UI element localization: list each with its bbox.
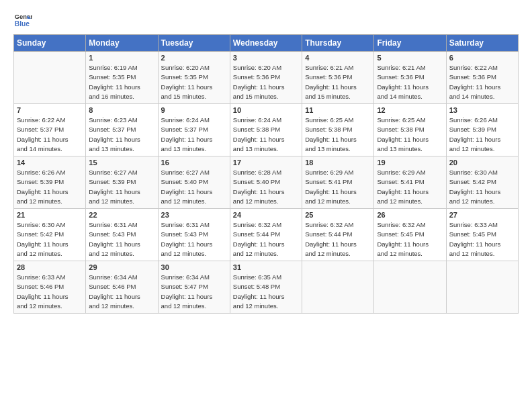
day-number: 29 bbox=[89, 263, 154, 271]
day-info: Sunrise: 6:34 AM Sunset: 5:47 PM Dayligh… bbox=[161, 273, 227, 311]
calendar-cell: 16Sunrise: 6:27 AM Sunset: 5:40 PM Dayli… bbox=[158, 156, 230, 209]
day-info: Sunrise: 6:35 AM Sunset: 5:48 PM Dayligh… bbox=[233, 273, 299, 311]
day-info: Sunrise: 6:20 AM Sunset: 5:36 PM Dayligh… bbox=[233, 63, 299, 101]
calendar-cell: 18Sunrise: 6:29 AM Sunset: 5:41 PM Dayli… bbox=[302, 156, 374, 209]
day-number: 17 bbox=[233, 158, 299, 167]
day-number: 27 bbox=[449, 211, 515, 219]
day-info: Sunrise: 6:30 AM Sunset: 5:42 PM Dayligh… bbox=[17, 220, 83, 259]
calendar-cell: 13Sunrise: 6:26 AM Sunset: 5:39 PM Dayli… bbox=[446, 104, 518, 156]
calendar-cell: 1Sunrise: 6:19 AM Sunset: 5:35 PM Daylig… bbox=[86, 52, 158, 104]
calendar-cell: 3Sunrise: 6:20 AM Sunset: 5:36 PM Daylig… bbox=[230, 52, 302, 104]
calendar-cell: 14Sunrise: 6:26 AM Sunset: 5:39 PM Dayli… bbox=[14, 156, 86, 209]
calendar-cell bbox=[302, 261, 374, 314]
day-number: 4 bbox=[305, 54, 371, 62]
day-number: 5 bbox=[377, 54, 443, 62]
day-header: Friday bbox=[374, 35, 446, 52]
day-number: 30 bbox=[161, 263, 227, 271]
day-number: 3 bbox=[233, 54, 299, 62]
day-info: Sunrise: 6:26 AM Sunset: 5:39 PM Dayligh… bbox=[17, 168, 83, 206]
day-info: Sunrise: 6:30 AM Sunset: 5:42 PM Dayligh… bbox=[449, 168, 515, 206]
calendar-cell: 2Sunrise: 6:20 AM Sunset: 5:35 PM Daylig… bbox=[158, 52, 230, 104]
calendar-cell: 6Sunrise: 6:22 AM Sunset: 5:36 PM Daylig… bbox=[446, 52, 518, 104]
day-info: Sunrise: 6:25 AM Sunset: 5:38 PM Dayligh… bbox=[377, 116, 443, 154]
day-header: Thursday bbox=[302, 35, 374, 52]
calendar-cell: 8Sunrise: 6:23 AM Sunset: 5:37 PM Daylig… bbox=[86, 104, 158, 156]
day-info: Sunrise: 6:20 AM Sunset: 5:35 PM Dayligh… bbox=[161, 63, 227, 101]
calendar-cell: 31Sunrise: 6:35 AM Sunset: 5:48 PM Dayli… bbox=[230, 261, 302, 314]
day-number: 14 bbox=[17, 158, 83, 167]
day-info: Sunrise: 6:32 AM Sunset: 5:45 PM Dayligh… bbox=[377, 220, 443, 259]
day-info: Sunrise: 6:29 AM Sunset: 5:41 PM Dayligh… bbox=[305, 168, 371, 206]
calendar-cell: 27Sunrise: 6:33 AM Sunset: 5:45 PM Dayli… bbox=[446, 209, 518, 261]
day-number: 28 bbox=[17, 263, 83, 271]
calendar-cell: 21Sunrise: 6:30 AM Sunset: 5:42 PM Dayli… bbox=[14, 209, 86, 261]
day-info: Sunrise: 6:19 AM Sunset: 5:35 PM Dayligh… bbox=[89, 63, 154, 101]
calendar-week-row: 21Sunrise: 6:30 AM Sunset: 5:42 PM Dayli… bbox=[14, 209, 519, 261]
day-header: Monday bbox=[86, 35, 158, 52]
day-number: 21 bbox=[17, 211, 83, 219]
day-header: Wednesday bbox=[230, 35, 302, 52]
day-header: Sunday bbox=[14, 35, 86, 52]
day-info: Sunrise: 6:22 AM Sunset: 5:37 PM Dayligh… bbox=[17, 116, 83, 154]
day-info: Sunrise: 6:25 AM Sunset: 5:38 PM Dayligh… bbox=[305, 116, 371, 154]
day-info: Sunrise: 6:23 AM Sunset: 5:37 PM Dayligh… bbox=[89, 116, 154, 154]
day-number: 20 bbox=[449, 158, 515, 167]
day-header: Tuesday bbox=[158, 35, 230, 52]
day-info: Sunrise: 6:27 AM Sunset: 5:40 PM Dayligh… bbox=[161, 168, 227, 206]
day-info: Sunrise: 6:32 AM Sunset: 5:44 PM Dayligh… bbox=[233, 220, 299, 259]
day-number: 26 bbox=[377, 211, 443, 219]
day-number: 19 bbox=[377, 158, 443, 167]
day-number: 22 bbox=[89, 211, 154, 219]
day-number: 18 bbox=[305, 158, 371, 167]
day-number: 23 bbox=[161, 211, 227, 219]
day-info: Sunrise: 6:33 AM Sunset: 5:46 PM Dayligh… bbox=[17, 273, 83, 311]
day-info: Sunrise: 6:24 AM Sunset: 5:37 PM Dayligh… bbox=[161, 116, 227, 154]
day-info: Sunrise: 6:34 AM Sunset: 5:46 PM Dayligh… bbox=[89, 273, 154, 311]
calendar-cell: 11Sunrise: 6:25 AM Sunset: 5:38 PM Dayli… bbox=[302, 104, 374, 156]
calendar-cell: 7Sunrise: 6:22 AM Sunset: 5:37 PM Daylig… bbox=[14, 104, 86, 156]
calendar-cell bbox=[446, 261, 518, 314]
calendar-week-row: 14Sunrise: 6:26 AM Sunset: 5:39 PM Dayli… bbox=[14, 156, 519, 209]
day-number: 8 bbox=[89, 106, 154, 114]
calendar-cell: 9Sunrise: 6:24 AM Sunset: 5:37 PM Daylig… bbox=[158, 104, 230, 156]
day-header: Saturday bbox=[446, 35, 518, 52]
calendar-cell: 30Sunrise: 6:34 AM Sunset: 5:47 PM Dayli… bbox=[158, 261, 230, 314]
day-number: 16 bbox=[161, 158, 227, 167]
day-info: Sunrise: 6:33 AM Sunset: 5:45 PM Dayligh… bbox=[449, 220, 515, 259]
calendar-table: SundayMondayTuesdayWednesdayThursdayFrid… bbox=[13, 34, 519, 314]
calendar-cell: 29Sunrise: 6:34 AM Sunset: 5:46 PM Dayli… bbox=[86, 261, 158, 314]
day-number: 12 bbox=[377, 106, 443, 114]
calendar-cell: 19Sunrise: 6:29 AM Sunset: 5:41 PM Dayli… bbox=[374, 156, 446, 209]
day-number: 10 bbox=[233, 106, 299, 114]
calendar-cell: 24Sunrise: 6:32 AM Sunset: 5:44 PM Dayli… bbox=[230, 209, 302, 261]
day-info: Sunrise: 6:31 AM Sunset: 5:43 PM Dayligh… bbox=[161, 220, 227, 259]
day-info: Sunrise: 6:24 AM Sunset: 5:38 PM Dayligh… bbox=[233, 116, 299, 154]
day-info: Sunrise: 6:27 AM Sunset: 5:39 PM Dayligh… bbox=[89, 168, 154, 206]
calendar-cell: 22Sunrise: 6:31 AM Sunset: 5:43 PM Dayli… bbox=[86, 209, 158, 261]
calendar-cell: 12Sunrise: 6:25 AM Sunset: 5:38 PM Dayli… bbox=[374, 104, 446, 156]
header: General Blue bbox=[13, 10, 519, 29]
day-info: Sunrise: 6:29 AM Sunset: 5:41 PM Dayligh… bbox=[377, 168, 443, 206]
calendar-cell: 20Sunrise: 6:30 AM Sunset: 5:42 PM Dayli… bbox=[446, 156, 518, 209]
calendar-cell: 23Sunrise: 6:31 AM Sunset: 5:43 PM Dayli… bbox=[158, 209, 230, 261]
day-info: Sunrise: 6:26 AM Sunset: 5:39 PM Dayligh… bbox=[449, 116, 515, 154]
logo-icon: General Blue bbox=[13, 10, 32, 29]
calendar-cell: 28Sunrise: 6:33 AM Sunset: 5:46 PM Dayli… bbox=[14, 261, 86, 314]
calendar-cell: 4Sunrise: 6:21 AM Sunset: 5:36 PM Daylig… bbox=[302, 52, 374, 104]
day-number: 25 bbox=[305, 211, 371, 219]
day-info: Sunrise: 6:28 AM Sunset: 5:40 PM Dayligh… bbox=[233, 168, 299, 206]
day-number: 2 bbox=[161, 54, 227, 62]
day-number: 13 bbox=[449, 106, 515, 114]
svg-text:General: General bbox=[15, 13, 32, 20]
logo: General Blue bbox=[13, 10, 34, 29]
day-info: Sunrise: 6:21 AM Sunset: 5:36 PM Dayligh… bbox=[377, 63, 443, 101]
day-info: Sunrise: 6:31 AM Sunset: 5:43 PM Dayligh… bbox=[89, 220, 154, 259]
day-number: 31 bbox=[233, 263, 299, 271]
day-info: Sunrise: 6:21 AM Sunset: 5:36 PM Dayligh… bbox=[305, 63, 371, 101]
calendar-cell bbox=[374, 261, 446, 314]
calendar-cell: 15Sunrise: 6:27 AM Sunset: 5:39 PM Dayli… bbox=[86, 156, 158, 209]
calendar-week-row: 7Sunrise: 6:22 AM Sunset: 5:37 PM Daylig… bbox=[14, 104, 519, 156]
calendar-cell: 25Sunrise: 6:32 AM Sunset: 5:44 PM Dayli… bbox=[302, 209, 374, 261]
day-number: 24 bbox=[233, 211, 299, 219]
calendar-cell: 26Sunrise: 6:32 AM Sunset: 5:45 PM Dayli… bbox=[374, 209, 446, 261]
